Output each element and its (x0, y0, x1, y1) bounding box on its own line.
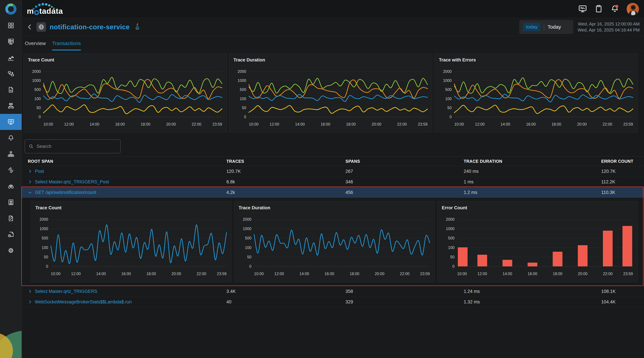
svg-text:14:00: 14:00 (90, 122, 100, 126)
root-span-link[interactable]: WebSocketMessageBrokerStats$$Lambda$.run (35, 299, 132, 305)
chevron-right-icon[interactable] (28, 289, 32, 294)
svg-text:10:00: 10:00 (454, 122, 464, 126)
time-separator (544, 24, 544, 30)
svg-text:500: 500 (445, 87, 452, 92)
metrics-chart-icon (8, 54, 14, 61)
cell-error-count: 110.3K (601, 190, 644, 195)
back-chevron-icon (26, 23, 34, 31)
chevron-right-icon[interactable] (28, 169, 32, 174)
svg-text:50: 50 (447, 106, 452, 110)
svg-text:23:59: 23:59 (212, 122, 222, 126)
root-span-link[interactable]: Select Master.qrtz_TRIGGERS (35, 289, 97, 294)
table-row-expanded[interactable]: GET /api/webnotification/count 4.2k 456 … (22, 187, 644, 198)
monitoring-button[interactable] (578, 4, 587, 14)
apm-code-monitor-icon (8, 118, 14, 125)
service-type-button[interactable] (36, 22, 46, 32)
motadata-logo[interactable]: m tadata (27, 3, 63, 15)
svg-text:1000: 1000 (243, 226, 252, 231)
table-header-row: ROOT SPAN TRACES SPANS TRACE DURATION ER… (22, 157, 644, 166)
svg-text:16:00: 16:00 (115, 122, 125, 126)
sidebar-item-network[interactable] (0, 98, 22, 114)
column-header-error-count[interactable]: ERROR COUNT (601, 159, 644, 164)
time-range-start: Wed, Apr 16, 2025 12:00:00 AM (578, 21, 640, 27)
svg-text:14:00: 14:00 (502, 272, 512, 276)
search-input[interactable] (36, 144, 117, 149)
svg-text:500: 500 (448, 236, 454, 240)
back-button[interactable] (25, 22, 34, 32)
column-header-trace-duration[interactable]: TRACE DURATION (464, 159, 601, 164)
trace-with-errors-chart-canvas: 0501005001000200010:0012:0014:0016:0018:… (434, 53, 638, 132)
table-row[interactable]: Post 120.7K 267 240 ms 120.7K (22, 166, 644, 177)
clipboard-button[interactable] (594, 4, 603, 14)
chevron-right-icon[interactable] (28, 180, 32, 184)
tab-overview[interactable]: Overview (25, 36, 46, 50)
sidebar-item-apm[interactable] (0, 114, 22, 130)
root-span-link[interactable]: Post (35, 169, 44, 174)
table-row[interactable]: Select Master.qrtz_TRIGGERS_Post 6.8k 34… (22, 177, 644, 187)
svg-text:16:00: 16:00 (324, 272, 334, 276)
main-content: notification-core-service today Today We… (22, 18, 644, 358)
svg-text:0: 0 (46, 264, 48, 269)
svg-text:16:00: 16:00 (526, 122, 536, 126)
column-header-traces[interactable]: TRACES (226, 159, 346, 164)
svg-text:14:00: 14:00 (500, 122, 510, 126)
chevron-right-icon[interactable] (28, 300, 32, 304)
svg-text:20:00: 20:00 (578, 272, 588, 276)
sidebar-item-audit[interactable] (0, 210, 22, 226)
svg-text:50: 50 (247, 255, 252, 259)
sidebar-item-flows[interactable] (0, 66, 22, 82)
svg-text:10:00: 10:00 (254, 272, 264, 276)
table-row[interactable]: Select Master.qrtz_TRIGGERS 3.4K 358 1.2… (22, 286, 644, 297)
sidebar-item-scheduler[interactable] (0, 226, 22, 242)
sidebar-item-sitemap[interactable] (0, 146, 22, 162)
binoculars-icon (8, 183, 14, 190)
sidebar-item-automation[interactable] (0, 162, 22, 178)
cell-spans: 346 (346, 179, 464, 184)
summary-charts-row: Trace Count 0501005001000200010:0012:001… (24, 53, 638, 133)
svg-text:0: 0 (244, 115, 246, 119)
globe-icon (38, 24, 44, 30)
sidebar-item-infrastructure[interactable] (0, 33, 22, 50)
svg-text:100: 100 (240, 97, 246, 101)
svg-text:1000: 1000 (40, 226, 48, 231)
search-icon (28, 143, 34, 149)
time-preset-chip[interactable]: today (523, 23, 540, 31)
avatar[interactable] (626, 3, 639, 15)
search-box[interactable] (25, 139, 120, 153)
svg-text:100: 100 (245, 245, 251, 250)
chart-card-trace-with-errors: Trace with Errors 0501005001000200010:00… (434, 53, 638, 133)
svg-text:14:00: 14:00 (299, 272, 309, 276)
svg-text:18:00: 18:00 (346, 122, 356, 126)
svg-text:12:00: 12:00 (64, 122, 74, 126)
chevron-down-icon[interactable] (28, 190, 32, 195)
svg-text:100: 100 (42, 245, 48, 250)
svg-text:20:00: 20:00 (375, 272, 384, 276)
column-header-root-span[interactable]: ROOT SPAN (22, 159, 226, 164)
time-range-picker[interactable]: today Today (519, 20, 573, 34)
document-icon (8, 86, 14, 93)
sidebar-item-reports[interactable] (0, 194, 22, 210)
svg-text:12:00: 12:00 (270, 122, 279, 126)
table-row[interactable]: WebSocketMessageBrokerStats$$Lambda$.run… (22, 297, 644, 307)
cell-trace-duration: 1.24 ms (464, 289, 601, 294)
report-icon (8, 199, 14, 206)
sidebar-item-metrics[interactable] (0, 50, 22, 66)
root-span-link[interactable]: Select Master.qrtz_TRIGGERS_Post (35, 179, 109, 184)
svg-text:500: 500 (245, 236, 251, 240)
svg-text:2000: 2000 (443, 69, 452, 74)
root-span-link[interactable]: GET /api/webnotification/count (35, 190, 96, 195)
tab-transactions[interactable]: Transactions (52, 36, 81, 50)
chart-card-expanded-error-count: Error Count 0501005001000200010:0012:001… (437, 201, 638, 282)
sidebar-item-alerts[interactable] (0, 130, 22, 146)
svg-text:16:00: 16:00 (528, 272, 538, 276)
sidebar-item-settings[interactable] (0, 242, 22, 259)
notifications-button[interactable] (610, 4, 619, 14)
sidebar-item-discovery[interactable] (0, 178, 22, 194)
service-header: notification-core-service today Today We… (22, 18, 644, 36)
sidebar-item-dashboard[interactable] (0, 17, 22, 33)
sidebar-item-logs[interactable] (0, 82, 22, 98)
column-header-spans[interactable]: SPANS (346, 159, 464, 164)
sidebar-logo[interactable] (0, 0, 22, 18)
motadata-ring-icon (4, 3, 17, 15)
monitor-pulse-icon (578, 4, 587, 13)
